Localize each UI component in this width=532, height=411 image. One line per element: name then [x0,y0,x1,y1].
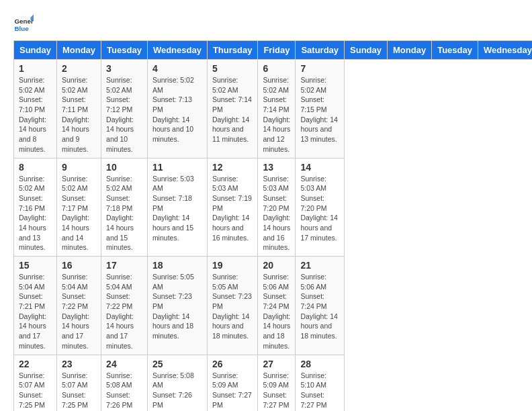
calendar-cell: 22 Sunrise: 5:07 AM Sunset: 7:25 PM Dayl… [14,355,57,411]
calendar-week-1: 1 Sunrise: 5:02 AM Sunset: 7:10 PM Dayli… [14,60,533,158]
day-info: Sunrise: 5:07 AM Sunset: 7:25 PM Dayligh… [19,371,52,412]
svg-text:Blue: Blue [15,25,30,32]
day-info: Sunrise: 5:02 AM Sunset: 7:14 PM Dayligh… [263,75,290,154]
calendar-cell: 17 Sunrise: 5:04 AM Sunset: 7:22 PM Dayl… [101,257,148,355]
header-monday: Monday [388,41,432,60]
header-wednesday: Wednesday [478,41,532,60]
calendar-cell: 19 Sunrise: 5:05 AM Sunset: 7:23 PM Dayl… [207,257,258,355]
page-header: General Blue [13,13,519,34]
day-number: 12 [212,162,253,173]
header-tuesday: Tuesday [101,41,148,60]
calendar-week-3: 15 Sunrise: 5:04 AM Sunset: 7:21 PM Dayl… [14,257,533,355]
day-number: 28 [300,359,339,369]
calendar-cell: 9 Sunrise: 5:02 AM Sunset: 7:17 PM Dayli… [56,158,101,257]
calendar-cell: 24 Sunrise: 5:08 AM Sunset: 7:26 PM Dayl… [101,355,148,411]
calendar-cell: 7 Sunrise: 5:02 AM Sunset: 7:15 PM Dayli… [296,60,345,158]
day-info: Sunrise: 5:02 AM Sunset: 7:17 PM Dayligh… [62,174,96,253]
day-info: Sunrise: 5:04 AM Sunset: 7:22 PM Dayligh… [106,272,142,351]
day-number: 13 [263,162,290,173]
day-info: Sunrise: 5:02 AM Sunset: 7:16 PM Dayligh… [19,174,52,253]
header-thursday: Thursday [207,41,258,60]
day-number: 6 [263,63,290,74]
day-info: Sunrise: 5:02 AM Sunset: 7:11 PM Dayligh… [62,75,96,154]
header-wednesday: Wednesday [147,41,207,60]
day-number: 9 [62,162,96,173]
calendar-cell: 21 Sunrise: 5:06 AM Sunset: 7:24 PM Dayl… [296,257,345,355]
header-saturday: Saturday [296,41,345,60]
calendar-cell: 27 Sunrise: 5:09 AM Sunset: 7:27 PM Dayl… [258,355,296,411]
day-number: 14 [300,162,339,173]
day-number: 22 [19,359,52,369]
day-number: 17 [106,260,142,271]
calendar-cell: 11 Sunrise: 5:03 AM Sunset: 7:18 PM Dayl… [147,158,207,257]
day-number: 1 [19,63,52,74]
header-monday: Monday [56,41,101,60]
day-number: 8 [19,162,52,173]
calendar-week-2: 8 Sunrise: 5:02 AM Sunset: 7:16 PM Dayli… [14,158,533,257]
header-tuesday: Tuesday [432,41,478,60]
day-info: Sunrise: 5:02 AM Sunset: 7:13 PM Dayligh… [152,75,202,144]
day-info: Sunrise: 5:02 AM Sunset: 7:18 PM Dayligh… [106,174,142,253]
day-info: Sunrise: 5:07 AM Sunset: 7:25 PM Dayligh… [62,371,96,412]
calendar-cell: 2 Sunrise: 5:02 AM Sunset: 7:11 PM Dayli… [56,60,101,158]
day-info: Sunrise: 5:09 AM Sunset: 7:27 PM Dayligh… [263,371,290,412]
day-info: Sunrise: 5:03 AM Sunset: 7:20 PM Dayligh… [263,174,290,253]
day-info: Sunrise: 5:08 AM Sunset: 7:26 PM Dayligh… [152,371,202,412]
day-number: 4 [152,63,202,74]
day-number: 19 [212,260,253,271]
day-info: Sunrise: 5:03 AM Sunset: 7:19 PM Dayligh… [212,174,253,243]
day-info: Sunrise: 5:04 AM Sunset: 7:21 PM Dayligh… [19,272,52,351]
calendar-cell: 6 Sunrise: 5:02 AM Sunset: 7:14 PM Dayli… [258,60,296,158]
header-sunday: Sunday [14,41,57,60]
day-number: 11 [152,162,202,173]
calendar-cell: 18 Sunrise: 5:05 AM Sunset: 7:23 PM Dayl… [147,257,207,355]
calendar-cell: 1 Sunrise: 5:02 AM Sunset: 7:10 PM Dayli… [14,60,57,158]
day-number: 2 [62,63,96,74]
day-number: 3 [106,63,142,74]
day-info: Sunrise: 5:08 AM Sunset: 7:26 PM Dayligh… [106,371,142,412]
day-number: 26 [212,359,253,369]
calendar-header-row: SundayMondayTuesdayWednesdayThursdayFrid… [14,41,533,60]
header-sunday: Sunday [345,41,388,60]
calendar-cell: 13 Sunrise: 5:03 AM Sunset: 7:20 PM Dayl… [258,158,296,257]
calendar-cell: 26 Sunrise: 5:09 AM Sunset: 7:27 PM Dayl… [207,355,258,411]
day-number: 25 [152,359,202,369]
day-info: Sunrise: 5:04 AM Sunset: 7:22 PM Dayligh… [62,272,96,351]
day-info: Sunrise: 5:09 AM Sunset: 7:27 PM Dayligh… [212,371,253,412]
calendar-cell: 14 Sunrise: 5:03 AM Sunset: 7:20 PM Dayl… [296,158,345,257]
day-info: Sunrise: 5:06 AM Sunset: 7:24 PM Dayligh… [300,272,339,341]
calendar-cell: 20 Sunrise: 5:06 AM Sunset: 7:24 PM Dayl… [258,257,296,355]
calendar-week-4: 22 Sunrise: 5:07 AM Sunset: 7:25 PM Dayl… [14,355,533,411]
calendar-cell: 10 Sunrise: 5:02 AM Sunset: 7:18 PM Dayl… [101,158,148,257]
day-number: 18 [152,260,202,271]
day-info: Sunrise: 5:03 AM Sunset: 7:20 PM Dayligh… [300,174,339,243]
day-number: 10 [106,162,142,173]
calendar-cell: 23 Sunrise: 5:07 AM Sunset: 7:25 PM Dayl… [56,355,101,411]
day-info: Sunrise: 5:03 AM Sunset: 7:18 PM Dayligh… [152,174,202,243]
day-info: Sunrise: 5:10 AM Sunset: 7:27 PM Dayligh… [300,371,339,412]
day-number: 20 [263,260,290,271]
calendar-cell: 3 Sunrise: 5:02 AM Sunset: 7:12 PM Dayli… [101,60,148,158]
day-number: 15 [19,260,52,271]
day-info: Sunrise: 5:02 AM Sunset: 7:12 PM Dayligh… [106,75,142,154]
calendar-cell: 16 Sunrise: 5:04 AM Sunset: 7:22 PM Dayl… [56,257,101,355]
calendar-cell: 25 Sunrise: 5:08 AM Sunset: 7:26 PM Dayl… [147,355,207,411]
day-number: 16 [62,260,96,271]
day-number: 24 [106,359,142,369]
logo-icon: General Blue [13,13,34,34]
day-number: 23 [62,359,96,369]
logo: General Blue [13,13,34,34]
day-info: Sunrise: 5:05 AM Sunset: 7:23 PM Dayligh… [212,272,253,341]
day-info: Sunrise: 5:05 AM Sunset: 7:23 PM Dayligh… [152,272,202,341]
calendar-cell: 5 Sunrise: 5:02 AM Sunset: 7:14 PM Dayli… [207,60,258,158]
day-info: Sunrise: 5:02 AM Sunset: 7:10 PM Dayligh… [19,75,52,154]
day-number: 27 [263,359,290,369]
calendar-cell: 8 Sunrise: 5:02 AM Sunset: 7:16 PM Dayli… [14,158,57,257]
day-info: Sunrise: 5:02 AM Sunset: 7:14 PM Dayligh… [212,75,253,144]
calendar-table: SundayMondayTuesdayWednesdayThursdayFrid… [13,40,532,411]
day-number: 7 [300,63,339,74]
calendar-cell: 15 Sunrise: 5:04 AM Sunset: 7:21 PM Dayl… [14,257,57,355]
day-number: 5 [212,63,253,74]
day-info: Sunrise: 5:02 AM Sunset: 7:15 PM Dayligh… [300,75,339,144]
day-info: Sunrise: 5:06 AM Sunset: 7:24 PM Dayligh… [263,272,290,351]
